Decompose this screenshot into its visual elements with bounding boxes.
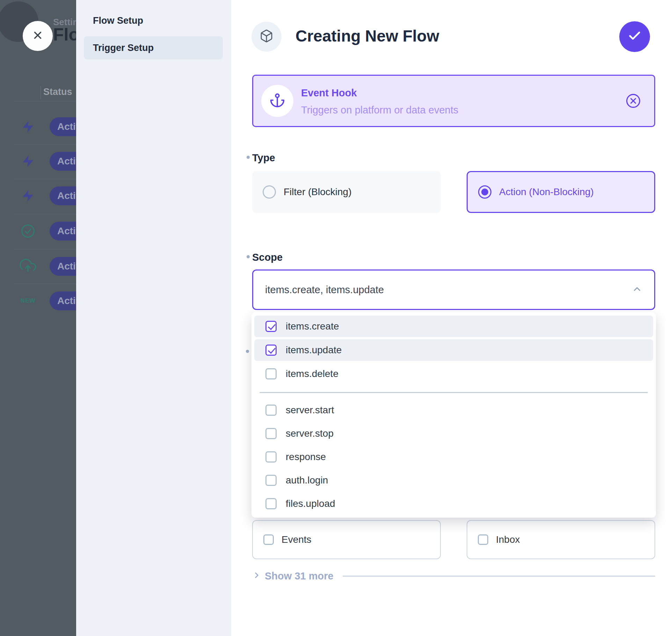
circled-x-icon	[625, 104, 641, 110]
trigger-name: Event Hook	[301, 87, 357, 99]
status-badge: Activ	[50, 117, 76, 136]
row-divider	[14, 214, 76, 214]
chevron-up-icon	[632, 284, 642, 296]
drawer-main: Creating New Flow Event Hook Triggers on…	[231, 0, 672, 636]
radio-unchecked-icon	[263, 185, 276, 199]
status-column-header: Status	[43, 87, 72, 97]
page-title: Flo	[53, 24, 76, 45]
dimmed-background-page: Settin Flo Status Activ Activ Activ	[0, 0, 76, 636]
type-option-filter[interactable]: Filter (Blocking)	[252, 171, 441, 213]
nav-item-trigger-setup[interactable]: Trigger Setup	[84, 36, 223, 59]
nav-item-flow-setup[interactable]: Flow Setup	[93, 15, 143, 26]
scope-select[interactable]: items.create, items.update	[252, 269, 655, 310]
checkbox-icon	[478, 534, 488, 545]
show-more-label: Show 31 more	[265, 570, 334, 582]
close-drawer-button[interactable]	[23, 21, 53, 51]
checkbox-icon	[265, 475, 277, 486]
row-divider	[14, 144, 76, 145]
new-badge: NEW	[20, 293, 36, 309]
radio-checked-icon	[478, 185, 491, 199]
collection-option-events[interactable]: Events	[252, 520, 441, 559]
drawer-nav: Flow Setup Trigger Setup	[76, 0, 231, 636]
status-badge: Activ	[50, 152, 76, 171]
collection-option-inbox[interactable]: Inbox	[467, 520, 655, 559]
type-option-label: Action (Non-Blocking)	[499, 186, 594, 198]
check-icon	[628, 29, 642, 44]
checkbox-icon	[265, 451, 277, 463]
lightning-icon	[20, 153, 36, 170]
status-badge: Activ	[50, 257, 76, 276]
status-badge: Activ	[50, 291, 76, 310]
column-divider	[40, 86, 41, 99]
dropdown-divider	[260, 392, 648, 393]
trigger-description: Triggers on platform or data events	[301, 104, 458, 116]
status-badge: Activ	[50, 186, 76, 205]
anchor-icon	[270, 93, 285, 109]
checkbox-icon	[265, 368, 277, 379]
checkbox-icon	[265, 498, 277, 509]
scope-dropdown: items.create items.update items.delete s…	[251, 312, 656, 518]
scope-label: Scope	[252, 252, 283, 263]
header-underline	[14, 101, 76, 102]
checkbox-icon	[263, 534, 274, 545]
checkbox-icon	[265, 428, 277, 439]
required-dot	[247, 156, 250, 159]
cube-icon	[260, 29, 273, 44]
scope-option[interactable]: items.update	[254, 339, 653, 361]
type-option-label: Filter (Blocking)	[284, 186, 351, 198]
drawer-icon-circle	[251, 22, 282, 52]
scope-option[interactable]: response	[254, 445, 653, 469]
checkbox-icon	[265, 405, 277, 416]
show-more-button[interactable]: Show 31 more	[252, 569, 655, 583]
lightning-icon	[20, 118, 36, 135]
scope-option[interactable]: server.start	[254, 399, 653, 422]
type-option-action[interactable]: Action (Non-Blocking)	[467, 171, 655, 213]
type-label: Type	[252, 152, 275, 164]
row-divider	[14, 249, 76, 250]
cloud-upload-icon	[20, 258, 36, 275]
selected-trigger-card[interactable]	[252, 75, 655, 127]
scope-option[interactable]: server.stop	[254, 422, 653, 445]
close-icon	[32, 29, 44, 43]
row-divider	[14, 179, 76, 179]
scope-option[interactable]: auth.login	[254, 469, 653, 492]
status-badge: Activ	[50, 222, 76, 241]
scope-select-value: items.create, items.update	[265, 284, 384, 296]
screen: Settin Flo Status Activ Activ Activ	[0, 0, 672, 636]
scope-option[interactable]: items.delete	[254, 363, 653, 385]
required-dot	[246, 350, 249, 353]
divider-line	[343, 576, 655, 577]
trigger-icon-circle	[261, 85, 293, 117]
drawer-title: Creating New Flow	[295, 27, 439, 45]
scope-option[interactable]: files.upload	[254, 492, 653, 516]
save-button[interactable]	[619, 21, 650, 52]
scope-option[interactable]: items.create	[254, 316, 653, 337]
lightning-icon	[20, 187, 36, 204]
chevron-right-icon	[252, 571, 261, 581]
required-dot	[247, 255, 250, 258]
row-divider	[14, 283, 76, 284]
checkbox-checked-icon	[265, 345, 277, 356]
check-circle-icon	[20, 223, 36, 239]
checkbox-checked-icon	[265, 321, 277, 332]
deselect-trigger-button[interactable]	[625, 93, 641, 109]
